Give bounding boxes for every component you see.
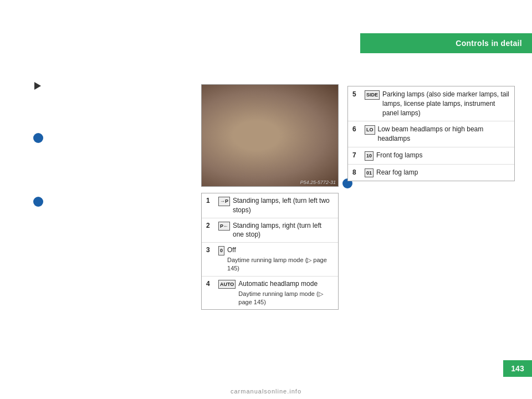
item-text: Standing lamps, left (turn left two stop…: [233, 196, 334, 215]
table-row: 4 AUTO Automatic headlamp mode Daytime r…: [202, 277, 338, 310]
item-subtext: Daytime running lamp mode (▷ page 145): [238, 290, 334, 307]
table-row: 2 P← Standing lamps, right (turn left on…: [202, 218, 338, 243]
item-number: 4: [206, 279, 216, 289]
item-text: Front fog lamps: [376, 151, 510, 160]
photo-caption: P54.25-5772-31: [300, 180, 336, 185]
triangle-marker: [34, 82, 41, 90]
blue-circle-1: [33, 133, 43, 143]
item-text: Low beam headlamps or high beam headlamp…: [378, 125, 510, 144]
table-row: 3 0 Off Daytime running lamp mode (▷ pag…: [202, 243, 338, 277]
table-row: 8 01 Rear fog lamp: [348, 165, 514, 181]
item-icon: AUTO: [218, 280, 236, 289]
item-text: Standing lamps, right (turn left one sto…: [233, 221, 334, 240]
table-row: 6 LO Low beam headlamps or high beam hea…: [348, 121, 514, 147]
blue-circle-2: [33, 197, 43, 207]
item-icon: →P: [218, 197, 230, 206]
item-number: 1: [206, 196, 216, 206]
item-number: 5: [352, 90, 362, 99]
photo-background: [202, 85, 338, 186]
table-row: 1 →P Standing lamps, left (turn left two…: [202, 193, 338, 218]
page-number: 143: [503, 360, 532, 377]
item-icon: 0: [218, 246, 224, 255]
table-row: 7 10 Front fog lamps: [348, 147, 514, 165]
header-title: Controls in detail: [456, 39, 522, 48]
item-number: 2: [206, 221, 216, 231]
item-number: 3: [206, 245, 216, 255]
item-text: Automatic headlamp mode Daytime running …: [238, 279, 334, 307]
item-number: 8: [352, 168, 362, 177]
item-text: Parking lamps (also side marker lamps, t…: [382, 90, 510, 117]
item-icon: 01: [365, 168, 374, 178]
item-subtext: Daytime running lamp mode (▷ page 145): [227, 256, 334, 273]
item-icon: P←: [218, 222, 230, 231]
item-text: Rear fog lamp: [376, 168, 510, 177]
header-bar: Controls in detail: [360, 33, 532, 53]
item-icon: SIDE: [365, 90, 380, 100]
table-row: 5 SIDE Parking lamps (also side marker l…: [348, 86, 514, 121]
item-number: 6: [352, 125, 362, 134]
item-text: Off Daytime running lamp mode (▷ page 14…: [227, 245, 334, 273]
right-items-table: 5 SIDE Parking lamps (also side marker l…: [347, 86, 515, 181]
left-items-table: 1 →P Standing lamps, left (turn left two…: [201, 193, 339, 310]
watermark: carmanualsonline.info: [0, 388, 532, 395]
item-number: 7: [352, 151, 362, 160]
item-icon: 10: [365, 151, 374, 161]
diagram-container: 1 2 3 4 5 6 P54.25-5772-31: [201, 84, 339, 187]
item-icon: LO: [365, 125, 375, 135]
